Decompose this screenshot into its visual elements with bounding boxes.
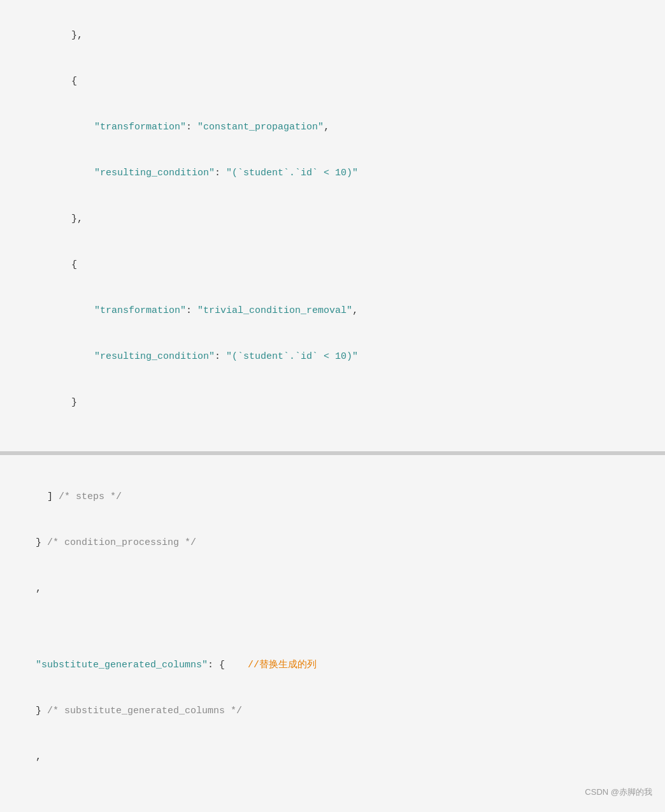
code-line [13, 780, 652, 795]
code-line: "substitute_generated_columns": { //替换生成… [13, 642, 652, 688]
code-line: } /* substitute_generated_columns */ [13, 688, 652, 734]
code-line [13, 795, 652, 811]
code-line: { [25, 242, 640, 288]
code-line: "transformation": "trivial_condition_rem… [25, 288, 640, 334]
code-line: ] /* steps */ [13, 474, 652, 520]
code-line: } [25, 380, 640, 426]
code-line [13, 612, 652, 627]
code-line: }, [25, 196, 640, 242]
code-line: "resulting_condition": "(`student`.`id` … [25, 150, 640, 196]
code-line: "transformation": "constant_propagation"… [25, 105, 640, 150]
code-line: , [13, 734, 652, 780]
code-line: }, [25, 13, 640, 59]
bottom-section: ] /* steps */ } /* condition_processing … [0, 455, 665, 812]
code-line: "resulting_condition": "(`student`.`id` … [25, 334, 640, 380]
code-line [13, 627, 652, 642]
code-line: , [13, 566, 652, 612]
code-line: { [25, 59, 640, 105]
watermark: CSDN @赤脚的我 [585, 786, 652, 799]
code-line: } /* condition_processing */ [13, 520, 652, 566]
top-section: }, { "transformation": "constant_propaga… [0, 0, 665, 451]
